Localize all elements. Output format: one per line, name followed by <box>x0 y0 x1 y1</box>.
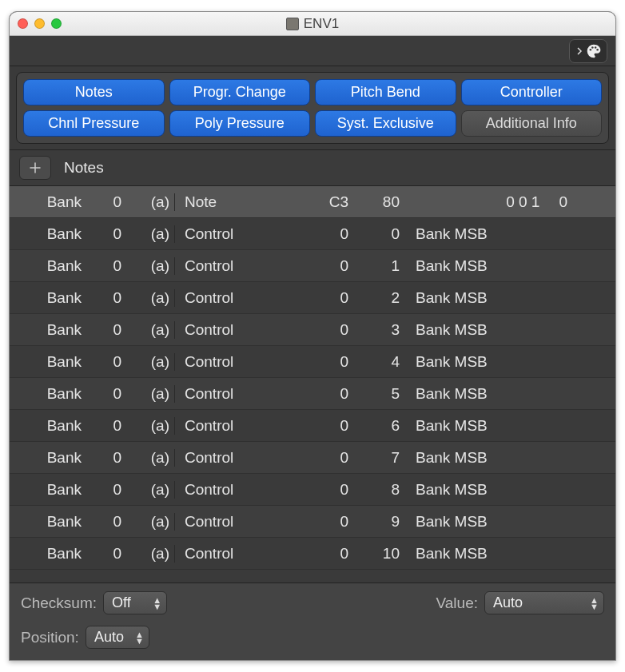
section-title: Notes <box>64 159 104 177</box>
chevron-updown-icon: ▲▼ <box>135 631 144 644</box>
cell-desc: Bank MSB <box>404 289 615 307</box>
col-index: 0 <box>86 193 126 211</box>
cell-type: Control <box>174 257 297 275</box>
cell-index: 0 <box>86 513 126 531</box>
cell-v1: 0 <box>297 289 353 307</box>
table-row[interactable]: Bank0(a)Control04Bank MSB <box>10 346 615 378</box>
position-label: Position: <box>21 629 79 646</box>
col-v1: C3 <box>297 193 353 211</box>
traffic-lights <box>10 18 62 29</box>
cell-v1: 0 <box>297 449 353 467</box>
titlebar: ENV1 <box>10 12 615 36</box>
table-row[interactable]: Bank0(a)Control03Bank MSB <box>10 314 615 346</box>
cell-index: 0 <box>86 385 126 403</box>
filter-notes[interactable]: Notes <box>23 79 165 105</box>
cell-a: (a) <box>126 417 174 435</box>
chevron-updown-icon: ▲▼ <box>153 597 161 610</box>
cell-index: 0 <box>86 417 126 435</box>
table-header-row[interactable]: Bank 0 (a) Note C3 80 0 0 1 0 <box>10 186 615 218</box>
chevron-updown-icon: ▲▼ <box>590 597 599 610</box>
value-label: Value: <box>436 594 478 612</box>
cell-v1: 0 <box>297 385 353 403</box>
filter-syst-exclusive[interactable]: Syst. Exclusive <box>315 110 456 137</box>
table-row[interactable]: Bank0(a)Control00Bank MSB <box>10 218 615 250</box>
cell-type: Control <box>174 449 297 467</box>
window-icon <box>286 18 299 30</box>
col-desc: 0 0 1 0 <box>404 193 615 211</box>
table-row[interactable]: Bank0(a)Control01Bank MSB <box>10 250 615 282</box>
checksum-label: Checksum: <box>21 594 97 612</box>
palette-icon <box>586 43 602 59</box>
cell-index: 0 <box>86 545 126 563</box>
cell-a: (a) <box>126 449 174 467</box>
table-row[interactable]: Bank0(a)Control08Bank MSB <box>10 474 615 506</box>
cell-desc: Bank MSB <box>404 545 615 563</box>
cell-desc: Bank MSB <box>404 321 615 339</box>
position-row: Position: Auto ▲▼ <box>21 626 309 649</box>
cell-v2: 7 <box>353 449 404 467</box>
cell-desc: Bank MSB <box>404 257 615 275</box>
cell-index: 0 <box>86 353 126 371</box>
cell-a: (a) <box>126 257 174 275</box>
cell-type: Control <box>174 513 297 531</box>
cell-bank: Bank <box>10 481 86 499</box>
col-type: Note <box>174 193 297 211</box>
event-list: Bank 0 (a) Note C3 80 0 0 1 0 Bank0(a)Co… <box>10 186 615 583</box>
value-select[interactable]: Auto ▲▼ <box>484 591 604 614</box>
cell-v2: 8 <box>353 481 404 499</box>
filter-poly-pressure[interactable]: Poly Pressure <box>169 110 311 137</box>
checksum-row: Checksum: Off ▲▼ <box>21 591 309 614</box>
cell-bank: Bank <box>10 513 86 531</box>
zoom-window-button[interactable] <box>51 18 62 29</box>
cell-index: 0 <box>86 449 126 467</box>
checksum-select[interactable]: Off ▲▼ <box>103 591 167 614</box>
env-window: ENV1 NotesProgr. ChangePitch BendControl… <box>9 11 616 661</box>
cell-index: 0 <box>86 481 126 499</box>
cell-v1: 0 <box>297 545 353 563</box>
add-button[interactable] <box>19 156 51 180</box>
table-row[interactable]: Bank0(a)Control05Bank MSB <box>10 378 615 410</box>
table-row[interactable]: Bank0(a)Control02Bank MSB <box>10 282 615 314</box>
col-v2: 80 <box>353 193 404 211</box>
cell-bank: Bank <box>10 449 86 467</box>
cell-type: Control <box>174 289 297 307</box>
svg-point-2 <box>595 46 597 49</box>
cell-a: (a) <box>126 353 174 371</box>
cell-v2: 4 <box>353 353 404 371</box>
filter-pitch-bend[interactable]: Pitch Bend <box>315 79 456 105</box>
cell-v2: 6 <box>353 417 404 435</box>
table-row[interactable]: Bank0(a)Control07Bank MSB <box>10 442 615 474</box>
chevron-right-icon <box>575 46 584 57</box>
cell-v2: 0 <box>353 225 404 243</box>
filter-progr-change[interactable]: Progr. Change <box>169 79 311 105</box>
col-a: (a) <box>126 193 174 211</box>
svg-point-3 <box>596 49 599 51</box>
cell-a: (a) <box>126 481 174 499</box>
filter-chnl-pressure[interactable]: Chnl Pressure <box>23 110 165 137</box>
cell-desc: Bank MSB <box>404 449 615 467</box>
cell-desc: Bank MSB <box>404 481 615 499</box>
cell-desc: Bank MSB <box>404 513 615 531</box>
color-palette-button[interactable] <box>569 39 607 63</box>
filter-controller[interactable]: Controller <box>461 79 603 105</box>
position-select[interactable]: Auto ▲▼ <box>86 626 149 649</box>
cell-bank: Bank <box>10 417 86 435</box>
cell-type: Control <box>174 481 297 499</box>
filter-additional-info[interactable]: Additional Info <box>461 110 603 137</box>
cell-v2: 5 <box>353 385 404 403</box>
cell-v2: 1 <box>353 257 404 275</box>
cell-v2: 2 <box>353 289 404 307</box>
cell-a: (a) <box>126 225 174 243</box>
table-row[interactable]: Bank0(a)Control09Bank MSB <box>10 506 615 538</box>
minimize-window-button[interactable] <box>34 18 45 29</box>
table-row[interactable]: Bank0(a)Control06Bank MSB <box>10 410 615 442</box>
section-header: Notes <box>10 149 615 186</box>
cell-desc: Bank MSB <box>404 417 615 435</box>
footer-panel: Checksum: Off ▲▼ Value: Auto ▲▼ Position… <box>10 583 615 660</box>
table-row[interactable]: Bank0(a)Control010Bank MSB <box>10 538 615 570</box>
cell-bank: Bank <box>10 289 86 307</box>
col-bank: Bank <box>10 193 86 211</box>
cell-type: Control <box>174 417 297 435</box>
close-window-button[interactable] <box>18 18 28 29</box>
window-title: ENV1 <box>304 16 339 32</box>
